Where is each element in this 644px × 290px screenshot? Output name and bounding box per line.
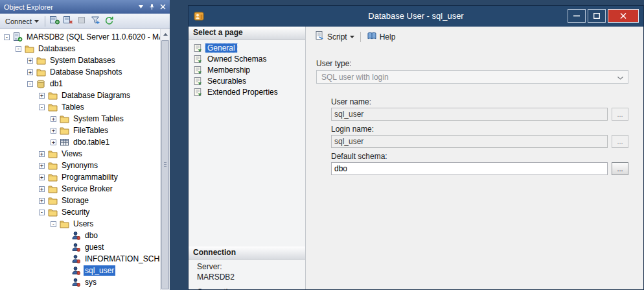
minimize-button[interactable] — [568, 9, 586, 23]
maximize-button[interactable] — [588, 9, 606, 23]
expand-icon[interactable]: + — [27, 69, 33, 75]
expand-icon[interactable]: + — [39, 151, 45, 157]
disconnect-server-icon — [63, 15, 73, 27]
tree-item-storage[interactable]: +Storage — [0, 195, 160, 206]
close-button[interactable] — [608, 9, 639, 23]
object-explorer-titlebar[interactable]: Object Explorer — [0, 0, 170, 14]
object-explorer-toolbar: Connect — [0, 14, 170, 29]
tree-item-label: dbo — [84, 230, 99, 241]
tree-item-programmability[interactable]: +Programmability — [0, 171, 160, 183]
tree-item-database-snapshots[interactable]: +Database Snapshots — [0, 66, 160, 78]
tree-item-dbo-table1[interactable]: +dbo.table1 — [0, 136, 160, 148]
oe-toolbar-icons — [48, 15, 115, 28]
expand-icon[interactable]: + — [39, 93, 45, 99]
page-icon — [193, 66, 202, 75]
folder-icon — [47, 160, 58, 171]
tree-item-sys[interactable]: +sys — [0, 276, 160, 288]
tree-item-views[interactable]: +Views — [0, 148, 160, 160]
filter-button[interactable] — [89, 15, 102, 28]
tree-item-users[interactable]: -Users — [0, 218, 160, 230]
collapse-icon[interactable]: - — [39, 210, 45, 215]
database-icon — [36, 79, 46, 89]
tree-item-service-broker[interactable]: +Service Broker — [0, 183, 160, 195]
tree-item-dbo[interactable]: +dbo — [0, 230, 160, 241]
page-item-membership[interactable]: Membership — [189, 64, 305, 75]
expand-icon[interactable]: + — [39, 198, 45, 204]
tree-item-database-diagrams[interactable]: +Database Diagrams — [0, 90, 160, 101]
tree-item-label: System Databases — [49, 55, 117, 66]
collapse-icon[interactable]: - — [39, 104, 45, 110]
tree-item-label: sys — [84, 277, 98, 287]
expand-icon[interactable]: + — [39, 175, 45, 180]
page-item-securables[interactable]: Securables — [189, 75, 305, 86]
script-label: Script — [327, 32, 347, 42]
tree-item-label: Security — [60, 207, 91, 217]
tree-vertical-scrollbar[interactable] — [160, 29, 170, 290]
help-button[interactable]: Help — [363, 29, 399, 45]
folder-icon — [59, 114, 69, 124]
connect-button[interactable]: Connect — [2, 15, 42, 28]
table-icon — [59, 137, 69, 147]
tree-item-label: System Tables — [72, 114, 125, 124]
folder-icon — [59, 219, 69, 229]
scrollbar-thumb[interactable] — [161, 40, 169, 289]
expand-icon[interactable]: + — [51, 128, 56, 134]
window-controls — [568, 9, 639, 23]
chevron-down-icon — [617, 73, 623, 82]
tree-item-db1[interactable]: -db1 — [0, 78, 160, 90]
object-explorer-panel: Object Explorer Connect -MARSDB2 (SQL Se… — [0, 0, 170, 290]
page-item-general[interactable]: General — [189, 42, 305, 53]
tree-item-filetables[interactable]: +FileTables — [0, 125, 160, 136]
object-explorer-title: Object Explorer — [4, 3, 135, 11]
disconnect-server-button[interactable] — [62, 15, 75, 28]
default-schema-label: Default schema: — [331, 152, 387, 161]
tree-item-security[interactable]: -Security — [0, 206, 160, 218]
connect-server-button[interactable] — [48, 15, 61, 28]
login-name-browse-button: ... — [612, 135, 628, 148]
connect-server-icon — [49, 15, 60, 27]
expand-icon[interactable]: + — [51, 116, 56, 122]
window-position-chevron-icon[interactable] — [135, 2, 146, 12]
tree-item-guest[interactable]: +guest — [0, 241, 160, 253]
collapse-icon[interactable]: - — [51, 221, 56, 227]
expand-icon[interactable]: + — [27, 58, 33, 64]
tree-item-label: db1 — [49, 79, 64, 89]
default-schema-input[interactable] — [331, 162, 608, 175]
login-name-label: Login name: — [331, 125, 374, 134]
expand-icon[interactable]: + — [39, 163, 45, 169]
expand-icon[interactable]: + — [39, 186, 45, 192]
connection-label: Connection: — [197, 287, 305, 289]
tree-item-synonyms[interactable]: +Synonyms — [0, 160, 160, 171]
default-schema-browse-button[interactable]: ... — [612, 162, 628, 175]
chevron-down-icon — [350, 36, 354, 38]
script-icon — [314, 30, 325, 43]
expand-icon[interactable]: + — [51, 139, 56, 145]
refresh-button[interactable] — [102, 15, 115, 28]
stop-button[interactable] — [75, 15, 88, 28]
stop-icon — [76, 15, 87, 27]
tree-item-marsdb2-sql-server-11-0-6020-marsd[interactable]: -MARSDB2 (SQL Server 11.0.6020 - MARSD — [0, 31, 160, 43]
tree-item-label: Database Snapshots — [49, 67, 123, 77]
collapse-icon[interactable]: - — [16, 46, 21, 52]
database-user-dialog: Database User - sql_user Select a page G… — [188, 5, 644, 290]
tree-item-sql-user[interactable]: +sql_user — [0, 265, 160, 276]
tree-item-information-schem[interactable]: +INFORMATION_SCHEM — [0, 253, 160, 265]
page-item-extended-properties[interactable]: Extended Properties — [189, 86, 305, 97]
collapse-icon[interactable]: - — [4, 34, 10, 40]
user-name-browse-button: ... — [612, 108, 628, 121]
folder-icon — [47, 195, 58, 206]
tree-item-tables[interactable]: -Tables — [0, 101, 160, 113]
tree-item-system-tables[interactable]: +System Tables — [0, 113, 160, 125]
tree-item-databases[interactable]: -Databases — [0, 43, 160, 54]
scroll-up-button[interactable] — [161, 29, 170, 39]
close-icon[interactable] — [157, 2, 168, 12]
help-icon — [367, 31, 377, 43]
script-button[interactable]: Script — [311, 29, 358, 45]
collapse-icon[interactable]: - — [27, 81, 33, 87]
dialog-titlebar[interactable]: Database User - sql_user — [189, 6, 643, 27]
page-item-owned-schemas[interactable]: Owned Schemas — [189, 53, 305, 64]
pin-icon[interactable] — [146, 2, 157, 12]
tree-item-label: MARSDB2 (SQL Server 11.0.6020 - MARSD — [25, 32, 160, 42]
toolbar-separator — [360, 32, 361, 42]
tree-item-system-databases[interactable]: +System Databases — [0, 54, 160, 66]
